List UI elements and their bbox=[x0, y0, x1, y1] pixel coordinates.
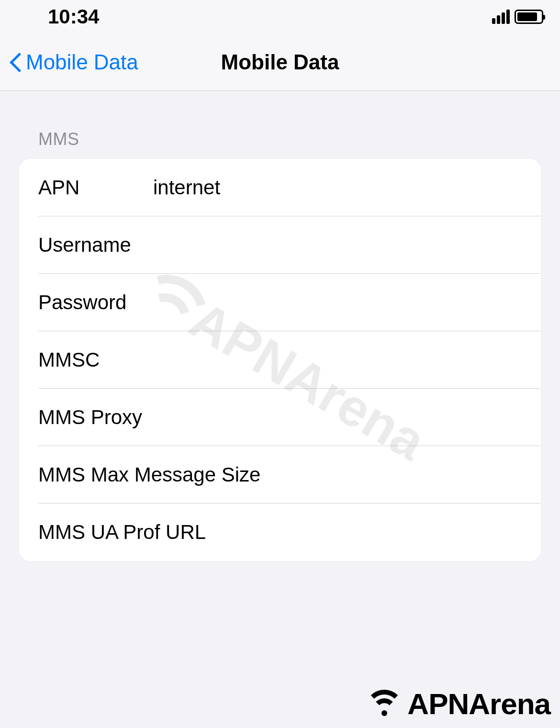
section-header-mms: MMS bbox=[19, 129, 541, 159]
row-mms-proxy[interactable]: MMS Proxy bbox=[19, 389, 541, 446]
row-username[interactable]: Username bbox=[19, 216, 541, 274]
label-mms-max-size: MMS Max Message Size bbox=[38, 463, 269, 486]
label-apn: APN bbox=[38, 176, 153, 199]
row-apn[interactable]: APN bbox=[19, 159, 541, 216]
row-password[interactable]: Password bbox=[19, 274, 541, 331]
footer-logo-text: APNArena bbox=[407, 687, 550, 721]
status-time: 10:34 bbox=[48, 5, 99, 28]
input-mmsc[interactable] bbox=[153, 348, 522, 371]
back-button[interactable]: Mobile Data bbox=[0, 50, 138, 74]
row-mms-ua-prof[interactable]: MMS UA Prof URL bbox=[19, 504, 541, 561]
content-area: MMS APN Username Password MMSC MMS Proxy… bbox=[0, 91, 560, 561]
back-button-label: Mobile Data bbox=[26, 50, 138, 74]
settings-group-mms: APN Username Password MMSC MMS Proxy MMS… bbox=[19, 159, 541, 561]
page-title: Mobile Data bbox=[221, 50, 339, 74]
battery-icon bbox=[515, 10, 543, 24]
label-mms-ua-prof: MMS UA Prof URL bbox=[38, 521, 269, 544]
row-mmsc[interactable]: MMSC bbox=[19, 331, 541, 389]
input-password[interactable] bbox=[153, 291, 522, 314]
navigation-bar: Mobile Data Mobile Data bbox=[0, 34, 560, 91]
input-mms-proxy[interactable] bbox=[153, 406, 522, 429]
input-apn[interactable] bbox=[153, 176, 522, 199]
label-mms-proxy: MMS Proxy bbox=[38, 406, 153, 429]
row-mms-max-size[interactable]: MMS Max Message Size bbox=[19, 446, 541, 504]
chevron-left-icon bbox=[10, 53, 21, 72]
label-mmsc: MMSC bbox=[38, 348, 153, 371]
wifi-icon bbox=[365, 690, 403, 718]
cellular-signal-icon bbox=[492, 10, 510, 24]
input-mms-ua-prof[interactable] bbox=[269, 521, 522, 544]
input-username[interactable] bbox=[153, 234, 522, 257]
status-bar: 10:34 bbox=[0, 0, 560, 34]
footer-logo: APNArena bbox=[365, 687, 550, 721]
label-password: Password bbox=[38, 291, 153, 314]
input-mms-max-size[interactable] bbox=[269, 463, 522, 486]
label-username: Username bbox=[38, 234, 153, 257]
status-indicators bbox=[492, 10, 543, 24]
